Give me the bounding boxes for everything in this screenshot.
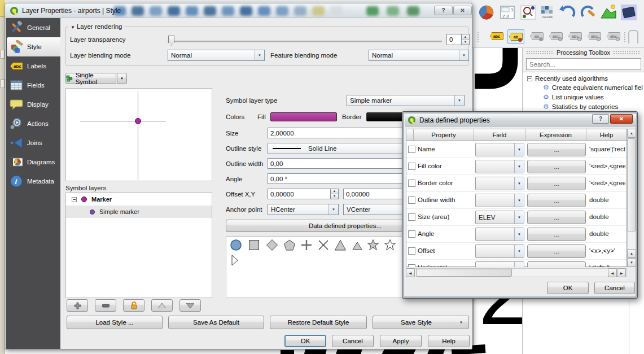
renderer-type-button[interactable]: Single Symbol — [65, 73, 116, 84]
toolbar-drag-handle[interactable] — [624, 32, 626, 42]
field-dropdown[interactable]: ▼ — [475, 244, 524, 258]
dialog-help-button[interactable]: ? — [434, 6, 453, 15]
remove-symbol-layer-button[interactable] — [95, 299, 116, 312]
scroll-down-button[interactable]: ▼ — [627, 258, 636, 267]
label-edit-tool-icon[interactable]: abc — [607, 32, 620, 40]
transparency-spinner[interactable]: ▲▼ — [462, 34, 470, 45]
undo-tool-icon[interactable] — [559, 4, 576, 21]
dialog-close-button[interactable]: ✕ — [610, 114, 633, 124]
field-dropdown[interactable]: ▼ — [475, 177, 524, 190]
property-checkbox[interactable] — [408, 163, 415, 170]
cancel-button[interactable]: Cancel — [332, 335, 374, 347]
raster-terrain-tool-icon[interactable] — [600, 4, 617, 21]
layer-blend-dropdown[interactable]: Normal▼ — [168, 50, 265, 61]
expression-button[interactable]: ... — [527, 194, 586, 207]
anchor-h-dropdown[interactable]: HCenter▼ — [268, 204, 339, 215]
collapse-arrow-icon[interactable]: ▼ — [71, 25, 75, 30]
symbol-layer-type-dropdown[interactable]: Simple marker▼ — [347, 95, 465, 106]
expression-button[interactable]: ... — [527, 160, 586, 173]
shape-equilateral-triangle[interactable] — [351, 239, 363, 251]
sidebar-item-metadata[interactable]: i Metadata — [6, 172, 60, 191]
label-pin-tool-icon-active[interactable]: ab — [507, 29, 524, 44]
label-rotate-tool-icon[interactable]: abc — [588, 32, 601, 40]
property-checkbox[interactable] — [408, 180, 415, 187]
collapse-expander-icon[interactable] — [527, 76, 532, 81]
offset-x-input[interactable]: 0,00000 — [268, 189, 331, 199]
property-checkbox[interactable] — [408, 146, 415, 153]
shape-pentagon[interactable] — [283, 239, 296, 251]
tree-item-simple-marker[interactable]: Simple marker — [66, 206, 212, 218]
tree-item-marker[interactable]: Marker — [66, 193, 212, 206]
label-abc-tool-icon[interactable]: abc — [490, 32, 503, 40]
field-dropdown[interactable]: ▼ — [475, 160, 524, 173]
field-dropdown[interactable]: ▼ — [475, 194, 524, 207]
property-checkbox[interactable] — [408, 196, 415, 204]
add-symbol-layer-button[interactable] — [67, 299, 88, 312]
expression-button[interactable]: ... — [527, 211, 586, 224]
shape-diamond[interactable] — [266, 239, 278, 251]
vertical-scrollbar-thumb[interactable] — [628, 138, 636, 231]
lock-color-button[interactable] — [123, 299, 144, 312]
tree-item-recently-used[interactable]: Recently used algorithms — [527, 75, 608, 82]
label-move-tool-icon[interactable]: abc — [568, 32, 582, 40]
shape-arrow[interactable] — [231, 255, 239, 266]
ddp-cancel-button[interactable]: Cancel — [594, 282, 635, 294]
sidebar-item-style[interactable]: Style — [7, 37, 60, 56]
sidebar-item-display[interactable]: Display — [6, 95, 60, 114]
sidebar-item-diagrams[interactable]: Diagrams — [6, 152, 60, 172]
ok-button[interactable]: OK — [284, 335, 326, 347]
shape-star[interactable] — [367, 239, 379, 251]
tree-item-algorithm[interactable]: ⚙ List unique values — [543, 94, 604, 100]
sidebar-item-joins[interactable]: Joins — [6, 133, 60, 152]
sidebar-item-general[interactable]: General — [6, 18, 60, 37]
shape-circle-selected[interactable] — [230, 239, 242, 251]
property-checkbox[interactable] — [408, 213, 415, 221]
field-dropdown[interactable]: ▼ — [475, 228, 524, 241]
netcdf-tool-icon[interactable]: netCDF — [540, 4, 557, 21]
property-checkbox[interactable] — [408, 230, 415, 238]
clip-tool-icon[interactable] — [628, 30, 638, 43]
scroll-up-button[interactable]: ▲ — [627, 129, 636, 138]
feature-blend-dropdown[interactable]: Normal▼ — [369, 50, 469, 61]
save-as-default-button[interactable]: Save As Default — [168, 316, 264, 329]
shape-regular-star[interactable] — [384, 239, 396, 251]
plugin-tool-icon[interactable] — [620, 4, 637, 21]
toolbox-scrollbar[interactable] — [629, 301, 629, 354]
apply-button[interactable]: Apply — [380, 335, 422, 347]
dialog-titlebar[interactable]: Layer Properties - airports | Style ? ✕ — [5, 3, 472, 18]
fill-color-button[interactable] — [270, 112, 337, 121]
column-header-field[interactable]: Field — [474, 129, 525, 141]
move-down-button[interactable] — [179, 299, 201, 312]
shape-square[interactable] — [248, 239, 260, 251]
column-header-expression[interactable]: Expression — [525, 129, 586, 141]
column-header-help[interactable]: Help — [586, 129, 627, 141]
expression-button[interactable]: ... — [527, 143, 586, 156]
expression-button[interactable]: ... — [527, 228, 586, 241]
sidebar-item-actions[interactable]: Actions — [6, 114, 60, 133]
expression-button[interactable]: ... — [527, 177, 586, 190]
collapse-expander-icon[interactable] — [72, 197, 77, 202]
transparency-slider[interactable] — [168, 41, 442, 42]
scroll-right-button[interactable]: ▶ — [617, 268, 626, 277]
column-header-property[interactable]: Property — [414, 129, 474, 141]
load-style-button[interactable]: Load Style ... — [67, 316, 163, 329]
sidebar-item-labels[interactable]: abc Labels — [6, 56, 60, 76]
tree-item-algorithm[interactable]: ⚙ Create equivalent numerical fiel — [543, 84, 643, 91]
help-button[interactable]: Help — [428, 335, 470, 347]
composer-tool-icon[interactable]: 1 2 3 — [499, 4, 516, 21]
pie-chart-tool-icon[interactable] — [478, 4, 495, 21]
field-dropdown[interactable]: ▼ — [475, 261, 524, 267]
search-input[interactable] — [526, 58, 641, 70]
field-dropdown[interactable]: ELEV▼ — [475, 211, 524, 224]
panel-drag-handle[interactable] — [613, 50, 641, 55]
scroll-up-button-2[interactable]: ▲ — [627, 249, 636, 258]
shape-triangle[interactable] — [334, 239, 347, 251]
dialog-help-button[interactable]: ? — [592, 114, 609, 124]
sidebar-item-fields[interactable]: Fields — [6, 76, 60, 95]
expression-button[interactable]: ... — [527, 244, 586, 258]
dialog-close-button[interactable]: ✕ — [453, 6, 472, 15]
query-builder-tool-icon[interactable] — [520, 4, 537, 21]
property-checkbox[interactable] — [408, 247, 415, 255]
save-style-button[interactable]: Save Style ▼ — [373, 316, 469, 329]
renderer-type-dropdown-arrow[interactable]: ▼ — [117, 73, 127, 84]
